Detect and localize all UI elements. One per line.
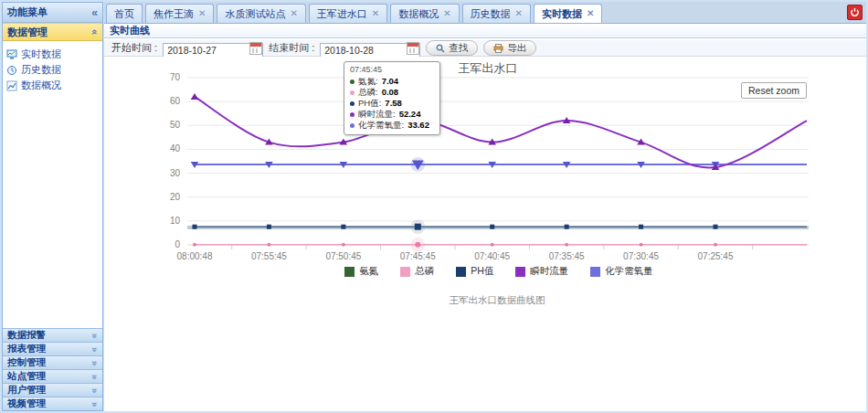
close-icon[interactable]: ✕ [290,9,297,18]
logout-button[interactable] [847,5,863,20]
sidebar-title: 功能菜单 [7,5,48,19]
collapse-up-icon[interactable]: « [90,29,101,35]
legend-item[interactable]: PH值 [456,265,493,278]
chevron-down-icon: » [90,387,101,393]
sidebar-group-site-management[interactable]: 站点管理» [3,369,102,383]
chart-tooltip: 07:45:45 氨氮: 7.04总磷: 0.08PH值: 7.58瞬时流量: … [344,61,440,135]
legend-item[interactable]: 化学需氧量 [590,265,653,278]
sidebar-group-label: 站点管理 [7,370,46,383]
svg-text:70: 70 [170,72,181,82]
end-time-field-wrap [320,41,420,56]
chart-container: 王军出水口 Reset zoom 07:45:45 氨氮: 7.04总磷: 0.… [104,57,866,331]
sidebar-group-label: 用户管理 [7,384,46,397]
svg-text:0: 0 [175,239,180,249]
svg-text:07:50:45: 07:50:45 [325,251,361,261]
sidebar-header: 功能菜单 « [3,3,102,23]
legend-swatch-icon [590,267,600,277]
export-button-label: 导出 [507,42,526,55]
tooltip-time: 07:45:45 [350,65,434,74]
reset-zoom-button[interactable]: Reset zoom [741,82,807,99]
close-icon[interactable]: ✕ [587,9,594,18]
legend-label: 化学需氧量 [605,265,653,278]
app-window: 功能菜单 « 数据管理 « 实时数据 历史数据 [0,0,868,413]
sidebar-group-report-management[interactable]: 报表管理» [3,342,102,355]
svg-text:20: 20 [170,192,181,202]
calendar-icon[interactable] [249,42,262,55]
svg-text:08:00:48: 08:00:48 [177,251,213,261]
sidebar-item-label: 实时数据 [21,48,61,61]
tab-data-overview[interactable]: 数据概况✕ [390,4,459,23]
sidebar-group-video-management[interactable]: 视频管理» [3,397,102,410]
tab-label: 王军进水口 [317,7,367,21]
tooltip-row: PH值: 7.58 [350,98,434,109]
sidebar-group-label: 数据报警 [7,329,46,342]
tooltip-row: 总磷: 0.08 [350,87,434,98]
sidebar-item-label: 历史数据 [21,63,61,77]
svg-text:07:35:45: 07:35:45 [549,251,585,261]
series-marker-icon [350,112,355,117]
close-icon[interactable]: ✕ [198,9,206,18]
sidebar-collapse-icon[interactable]: « [91,6,98,19]
legend-label: 总磷 [415,265,434,278]
tab-home[interactable]: 首页 [106,4,143,23]
panel-title: 实时曲线 [110,24,150,37]
power-icon [850,7,860,17]
legend-swatch-icon [400,267,410,277]
tab-water-quality-sites[interactable]: 水质测试站点✕ [217,4,305,23]
sidebar-group-data-alarm[interactable]: 数据报警» [3,328,102,342]
tab-label: 水质测试站点 [225,7,285,21]
svg-text:40: 40 [170,143,181,154]
tooltip-row: 瞬时流量: 52.24 [350,109,434,120]
legend-swatch-icon [515,267,525,277]
main-panel: 首页 焦作王滴✕ 水质测试站点✕ 王军进水口✕ 数据概况✕ 历史数据✕ 实时数据… [104,2,866,411]
svg-text:07:45:45: 07:45:45 [400,251,436,261]
series-marker-icon [350,90,355,95]
end-time-input[interactable] [320,43,420,58]
sidebar-group-data-management[interactable]: 数据管理 « [3,23,102,41]
sidebar-item-data-overview[interactable]: 数据概况 [6,78,99,93]
sidebar-group-control-management[interactable]: 控制管理» [3,355,102,369]
sidebar-filler [3,99,102,328]
realtime-data-icon [6,49,17,60]
close-icon[interactable]: ✕ [443,9,450,18]
sidebar-group-user-management[interactable]: 用户管理» [3,383,102,397]
sidebar-links: 实时数据 历史数据 数据概况 [3,41,102,99]
search-icon [436,44,445,53]
chevron-down-icon: » [90,346,101,352]
sidebar-item-history-data[interactable]: 历史数据 [6,62,99,78]
tab-history-data[interactable]: 历史数据✕ [462,4,531,23]
tab-label: 历史数据 [471,7,511,21]
legend-label: 瞬时流量 [530,265,568,278]
chart-legend: 氨氮总磷PH值瞬时流量化学需氧量 [104,265,866,278]
search-button[interactable]: 查找 [426,40,478,56]
close-icon[interactable]: ✕ [372,9,379,18]
export-button[interactable]: 导出 [483,40,536,56]
tab-inlet[interactable]: 王军进水口✕ [309,4,387,23]
history-data-icon [6,65,17,76]
sidebar-group-label: 数据管理 [7,26,48,39]
tab-realtime-data[interactable]: 实时数据✕ [534,4,602,23]
tooltip-row: 氨氮: 7.04 [350,76,434,87]
legend-item[interactable]: 氨氮 [344,265,378,278]
chart-caption: 王军出水口数据曲线图 [104,294,868,307]
start-time-input[interactable] [163,43,263,58]
tooltip-row: 化学需氧量: 33.62 [350,120,434,131]
svg-text:50: 50 [170,120,181,130]
tab-bar: 首页 焦作王滴✕ 水质测试站点✕ 王军进水口✕ 数据概况✕ 历史数据✕ 实时数据… [104,2,866,24]
calendar-icon[interactable] [407,42,419,55]
data-overview-icon [6,80,17,91]
legend-label: 氨氮 [359,265,378,278]
sidebar-item-realtime-data[interactable]: 实时数据 [6,47,99,62]
tab-jiaozuo-station[interactable]: 焦作王滴✕ [145,4,214,23]
sidebar-group-label: 控制管理 [7,356,46,369]
tab-label: 数据概况 [398,7,439,21]
close-icon[interactable]: ✕ [515,9,523,18]
legend-item[interactable]: 瞬时流量 [515,265,568,278]
svg-text:30: 30 [170,168,181,178]
tooltip-rows: 氨氮: 7.04总磷: 0.08PH值: 7.58瞬时流量: 52.24化学需氧… [350,76,434,131]
tab-label: 焦作王滴 [153,7,194,21]
series-marker-icon [350,79,355,84]
search-button-label: 查找 [449,42,468,55]
svg-text:07:40:45: 07:40:45 [474,251,510,261]
legend-item[interactable]: 总磷 [400,265,434,278]
